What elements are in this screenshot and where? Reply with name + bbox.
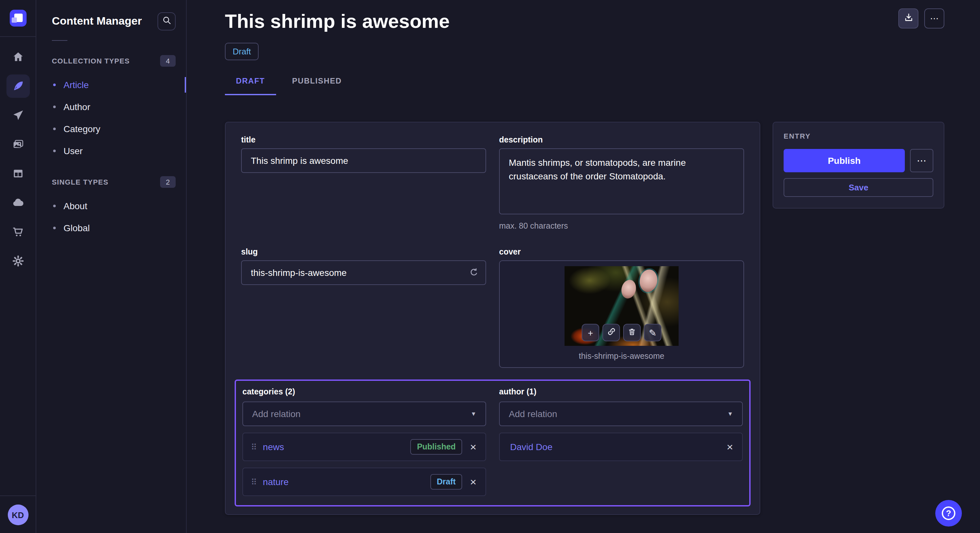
author-label: author (1) [499, 387, 743, 397]
description-label: description [499, 135, 744, 144]
entry-more-button[interactable]: ⋯ [910, 149, 933, 172]
save-button[interactable]: Save [784, 178, 933, 197]
tab-published[interactable]: PUBLISHED [281, 76, 353, 95]
bullet-icon [53, 84, 56, 86]
chevron-down-icon: ▼ [727, 411, 733, 417]
search-icon [162, 16, 172, 27]
section-collection-types: COLLECTION TYPES 4 Article Author Catego… [36, 55, 186, 162]
field-title: title [241, 135, 486, 230]
relation-row-news: ⠿ news Published × [242, 433, 486, 461]
sidebar-item-label: Global [64, 223, 90, 233]
regenerate-slug-icon[interactable] [469, 268, 479, 278]
delete-asset-button[interactable] [623, 324, 641, 341]
sidebar-item-label: User [64, 146, 83, 156]
remove-relation-button[interactable]: × [725, 441, 734, 452]
trash-icon [628, 327, 636, 338]
rail-item-deploy[interactable] [6, 191, 30, 214]
bullet-icon [53, 227, 56, 229]
slug-input[interactable] [241, 260, 486, 285]
home-icon [11, 51, 24, 63]
main-area: ⋯ This shrimp is awesome Draft DRAFT PUB… [187, 0, 980, 533]
edit-form-card: title description Mantis shrimps, or sto… [225, 122, 760, 515]
sidebar-item-category[interactable]: Category [36, 118, 186, 140]
description-input[interactable]: Mantis shrimps, or stomatopods, are mari… [499, 148, 744, 214]
more-icon: ⋯ [930, 14, 939, 23]
single-types-list: About Global [36, 195, 186, 239]
author-placeholder: Add relation [509, 409, 557, 419]
section-label: COLLECTION TYPES [52, 57, 130, 65]
rail-nav [6, 37, 30, 273]
sidebar-item-about[interactable]: About [36, 195, 186, 217]
cover-actions: + ✎ [582, 324, 662, 341]
send-icon [11, 109, 24, 122]
description-helper: max. 80 characters [499, 222, 744, 230]
bullet-icon [53, 205, 56, 207]
sidebar-item-label: Category [64, 124, 100, 134]
header-more-button[interactable]: ⋯ [924, 8, 944, 29]
section-label: SINGLE TYPES [52, 178, 108, 186]
avatar[interactable]: KD [8, 504, 28, 525]
author-relation-combobox[interactable]: Add relation ▼ [499, 401, 743, 426]
field-description: description Mantis shrimps, or stomatopo… [499, 135, 744, 230]
relation-link-news[interactable]: news [263, 442, 284, 452]
sidebar-item-global[interactable]: Global [36, 217, 186, 239]
remove-relation-button[interactable]: × [469, 476, 478, 487]
edit-asset-button[interactable]: ✎ [644, 324, 662, 341]
section-single-types: SINGLE TYPES 2 About Global [36, 176, 186, 239]
chevron-down-icon: ▼ [471, 411, 476, 417]
cover-image: + ✎ [565, 266, 679, 346]
gear-icon [11, 254, 24, 268]
categories-label: categories (2) [242, 387, 486, 397]
feather-icon [11, 80, 24, 93]
title-input[interactable] [241, 148, 486, 173]
help-button[interactable]: ? [935, 500, 962, 527]
field-cover: cover + ✎ [499, 247, 744, 368]
version-tabs: DRAFT PUBLISHED [225, 76, 944, 95]
export-button[interactable] [898, 8, 918, 29]
relation-status-badge: Published [410, 439, 462, 455]
search-button[interactable] [158, 12, 176, 30]
publish-button[interactable]: Publish [784, 149, 905, 172]
rail-item-content-manager[interactable] [6, 75, 30, 98]
sidebar-item-label: Author [64, 102, 91, 112]
rail-item-content-type-builder[interactable] [6, 162, 30, 185]
rail-item-releases[interactable] [6, 104, 30, 127]
sidebar-item-user[interactable]: User [36, 140, 186, 162]
bullet-icon [53, 128, 56, 130]
help-icon: ? [942, 506, 955, 520]
relation-link-nature[interactable]: nature [263, 477, 288, 487]
subnav-title: Content Manager [52, 15, 142, 28]
drag-handle-icon[interactable]: ⠿ [251, 477, 256, 487]
relation-row-nature: ⠿ nature Draft × [242, 468, 486, 496]
section-count-badge: 4 [160, 55, 176, 67]
sidebar-item-article[interactable]: Article [36, 74, 186, 96]
drag-handle-icon[interactable]: ⠿ [251, 442, 256, 452]
rail-divider-bottom [0, 495, 36, 496]
shrimp-eye [620, 278, 638, 300]
title-label: title [241, 135, 486, 144]
app-root: KD Content Manager COLLECTION TYPES 4 Ar… [0, 0, 980, 533]
entry-panel-title: ENTRY [784, 132, 933, 140]
remove-relation-button[interactable]: × [469, 441, 478, 452]
sidebar-item-author[interactable]: Author [36, 96, 186, 118]
bullet-icon [53, 106, 56, 108]
copy-link-button[interactable] [603, 324, 620, 341]
rail-item-home[interactable] [6, 45, 30, 69]
relation-row-david-doe: David Doe × [499, 433, 743, 461]
relation-link-david-doe[interactable]: David Doe [510, 442, 552, 452]
page-title: This shrimp is awesome [225, 8, 944, 34]
download-icon [903, 12, 913, 25]
cover-label: cover [499, 247, 744, 257]
cart-icon [11, 225, 24, 238]
tab-draft[interactable]: DRAFT [225, 76, 276, 95]
add-asset-button[interactable]: + [582, 324, 599, 341]
nav-rail: KD [0, 0, 36, 533]
rail-item-marketplace[interactable] [6, 220, 30, 244]
media-icon [11, 138, 24, 151]
categories-placeholder: Add relation [252, 409, 301, 419]
rail-item-media-library[interactable] [6, 133, 30, 156]
cover-card: + ✎ this-shrimp-is-awesome [499, 260, 744, 368]
rail-item-settings[interactable] [6, 249, 30, 273]
strapi-logo[interactable] [10, 10, 26, 27]
categories-relation-combobox[interactable]: Add relation ▼ [242, 401, 486, 426]
